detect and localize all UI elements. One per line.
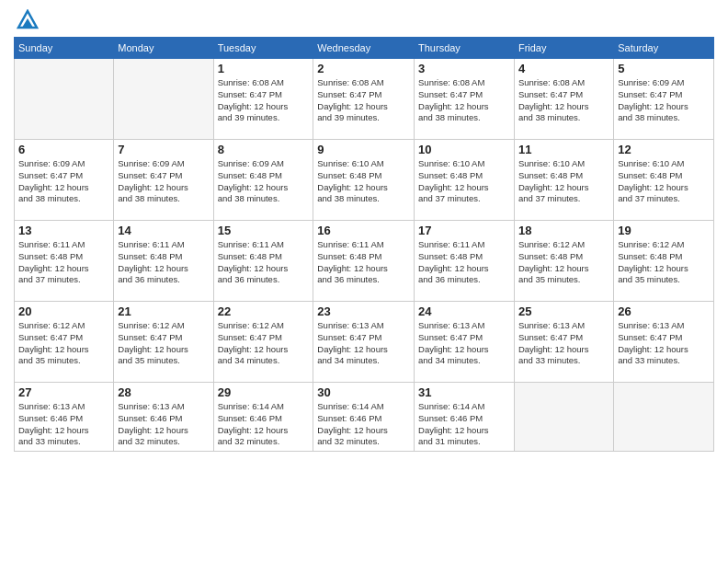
day-cell bbox=[15, 59, 114, 140]
day-detail: Sunrise: 6:09 AM Sunset: 6:47 PM Dayligh… bbox=[118, 158, 209, 205]
day-cell: 31Sunrise: 6:14 AM Sunset: 6:46 PM Dayli… bbox=[415, 383, 515, 452]
day-detail: Sunrise: 6:12 AM Sunset: 6:48 PM Dayligh… bbox=[518, 239, 609, 286]
day-cell: 9Sunrise: 6:10 AM Sunset: 6:48 PM Daylig… bbox=[313, 140, 415, 221]
day-cell: 28Sunrise: 6:13 AM Sunset: 6:46 PM Dayli… bbox=[114, 383, 213, 452]
day-number: 5 bbox=[618, 62, 710, 75]
day-detail: Sunrise: 6:11 AM Sunset: 6:48 PM Dayligh… bbox=[118, 239, 209, 286]
day-number: 22 bbox=[218, 304, 310, 318]
day-cell: 14Sunrise: 6:11 AM Sunset: 6:48 PM Dayli… bbox=[114, 221, 213, 302]
day-detail: Sunrise: 6:11 AM Sunset: 6:48 PM Dayligh… bbox=[418, 239, 510, 286]
day-cell: 25Sunrise: 6:13 AM Sunset: 6:47 PM Dayli… bbox=[514, 302, 613, 383]
day-number: 1 bbox=[218, 62, 310, 75]
day-cell: 21Sunrise: 6:12 AM Sunset: 6:47 PM Dayli… bbox=[114, 302, 213, 383]
day-detail: Sunrise: 6:08 AM Sunset: 6:47 PM Dayligh… bbox=[418, 77, 510, 124]
day-cell: 16Sunrise: 6:11 AM Sunset: 6:48 PM Dayli… bbox=[313, 221, 415, 302]
day-detail: Sunrise: 6:13 AM Sunset: 6:47 PM Dayligh… bbox=[518, 320, 609, 367]
day-detail: Sunrise: 6:12 AM Sunset: 6:47 PM Dayligh… bbox=[18, 320, 109, 367]
day-detail: Sunrise: 6:12 AM Sunset: 6:47 PM Dayligh… bbox=[218, 320, 310, 367]
day-detail: Sunrise: 6:12 AM Sunset: 6:47 PM Dayligh… bbox=[118, 320, 209, 367]
day-cell: 10Sunrise: 6:10 AM Sunset: 6:48 PM Dayli… bbox=[415, 140, 515, 221]
day-number: 17 bbox=[418, 224, 510, 237]
weekday-header-monday: Monday bbox=[114, 38, 213, 59]
day-detail: Sunrise: 6:11 AM Sunset: 6:48 PM Dayligh… bbox=[18, 239, 109, 286]
day-detail: Sunrise: 6:10 AM Sunset: 6:48 PM Dayligh… bbox=[618, 158, 710, 205]
day-detail: Sunrise: 6:14 AM Sunset: 6:46 PM Dayligh… bbox=[418, 401, 510, 448]
day-detail: Sunrise: 6:11 AM Sunset: 6:48 PM Dayligh… bbox=[317, 239, 410, 286]
day-cell: 26Sunrise: 6:13 AM Sunset: 6:47 PM Dayli… bbox=[614, 302, 714, 383]
day-number: 20 bbox=[18, 304, 109, 318]
day-cell bbox=[114, 59, 213, 140]
logo bbox=[14, 9, 39, 29]
day-cell: 20Sunrise: 6:12 AM Sunset: 6:47 PM Dayli… bbox=[15, 302, 114, 383]
day-number: 28 bbox=[118, 385, 209, 399]
day-cell: 8Sunrise: 6:09 AM Sunset: 6:48 PM Daylig… bbox=[213, 140, 313, 221]
day-number: 16 bbox=[317, 224, 410, 237]
weekday-header-friday: Friday bbox=[514, 38, 613, 59]
weekday-header-row: SundayMondayTuesdayWednesdayThursdayFrid… bbox=[15, 38, 714, 59]
week-row-4: 20Sunrise: 6:12 AM Sunset: 6:47 PM Dayli… bbox=[15, 302, 714, 383]
day-number: 8 bbox=[218, 143, 310, 156]
day-detail: Sunrise: 6:08 AM Sunset: 6:47 PM Dayligh… bbox=[518, 77, 609, 124]
day-detail: Sunrise: 6:14 AM Sunset: 6:46 PM Dayligh… bbox=[218, 401, 310, 448]
day-number: 2 bbox=[317, 62, 410, 75]
day-detail: Sunrise: 6:09 AM Sunset: 6:47 PM Dayligh… bbox=[18, 158, 109, 205]
day-cell: 17Sunrise: 6:11 AM Sunset: 6:48 PM Dayli… bbox=[415, 221, 515, 302]
day-cell: 6Sunrise: 6:09 AM Sunset: 6:47 PM Daylig… bbox=[15, 140, 114, 221]
day-number: 15 bbox=[218, 224, 310, 237]
day-cell: 2Sunrise: 6:08 AM Sunset: 6:47 PM Daylig… bbox=[313, 59, 415, 140]
day-cell: 24Sunrise: 6:13 AM Sunset: 6:47 PM Dayli… bbox=[415, 302, 515, 383]
day-cell: 19Sunrise: 6:12 AM Sunset: 6:48 PM Dayli… bbox=[614, 221, 714, 302]
day-number: 26 bbox=[618, 304, 710, 318]
day-number: 4 bbox=[518, 62, 609, 75]
page: SundayMondayTuesdayWednesdayThursdayFrid… bbox=[0, 0, 728, 563]
day-cell: 22Sunrise: 6:12 AM Sunset: 6:47 PM Dayli… bbox=[213, 302, 313, 383]
header bbox=[14, 9, 714, 29]
day-number: 3 bbox=[418, 62, 510, 75]
day-cell: 27Sunrise: 6:13 AM Sunset: 6:46 PM Dayli… bbox=[15, 383, 114, 452]
day-cell: 3Sunrise: 6:08 AM Sunset: 6:47 PM Daylig… bbox=[415, 59, 515, 140]
day-detail: Sunrise: 6:13 AM Sunset: 6:47 PM Dayligh… bbox=[418, 320, 510, 367]
day-detail: Sunrise: 6:09 AM Sunset: 6:47 PM Dayligh… bbox=[618, 77, 710, 124]
day-number: 23 bbox=[317, 304, 410, 318]
day-number: 7 bbox=[118, 143, 209, 156]
day-detail: Sunrise: 6:11 AM Sunset: 6:48 PM Dayligh… bbox=[218, 239, 310, 286]
day-cell: 5Sunrise: 6:09 AM Sunset: 6:47 PM Daylig… bbox=[614, 59, 714, 140]
day-number: 25 bbox=[518, 304, 609, 318]
day-cell: 15Sunrise: 6:11 AM Sunset: 6:48 PM Dayli… bbox=[213, 221, 313, 302]
day-detail: Sunrise: 6:08 AM Sunset: 6:47 PM Dayligh… bbox=[317, 77, 410, 124]
week-row-3: 13Sunrise: 6:11 AM Sunset: 6:48 PM Dayli… bbox=[15, 221, 714, 302]
weekday-header-saturday: Saturday bbox=[614, 38, 714, 59]
day-detail: Sunrise: 6:13 AM Sunset: 6:46 PM Dayligh… bbox=[18, 401, 109, 448]
day-detail: Sunrise: 6:08 AM Sunset: 6:47 PM Dayligh… bbox=[218, 77, 310, 124]
day-cell: 11Sunrise: 6:10 AM Sunset: 6:48 PM Dayli… bbox=[514, 140, 613, 221]
day-number: 21 bbox=[118, 304, 209, 318]
weekday-header-thursday: Thursday bbox=[415, 38, 515, 59]
weekday-header-sunday: Sunday bbox=[15, 38, 114, 59]
day-number: 18 bbox=[518, 224, 609, 237]
day-detail: Sunrise: 6:13 AM Sunset: 6:47 PM Dayligh… bbox=[317, 320, 410, 367]
day-cell: 13Sunrise: 6:11 AM Sunset: 6:48 PM Dayli… bbox=[15, 221, 114, 302]
day-detail: Sunrise: 6:14 AM Sunset: 6:46 PM Dayligh… bbox=[317, 401, 410, 448]
day-detail: Sunrise: 6:09 AM Sunset: 6:48 PM Dayligh… bbox=[218, 158, 310, 205]
day-cell: 12Sunrise: 6:10 AM Sunset: 6:48 PM Dayli… bbox=[614, 140, 714, 221]
day-cell: 1Sunrise: 6:08 AM Sunset: 6:47 PM Daylig… bbox=[213, 59, 313, 140]
day-number: 31 bbox=[418, 385, 510, 399]
week-row-1: 1Sunrise: 6:08 AM Sunset: 6:47 PM Daylig… bbox=[15, 59, 714, 140]
day-number: 10 bbox=[418, 143, 510, 156]
day-number: 6 bbox=[18, 143, 109, 156]
day-cell: 4Sunrise: 6:08 AM Sunset: 6:47 PM Daylig… bbox=[514, 59, 613, 140]
day-detail: Sunrise: 6:13 AM Sunset: 6:46 PM Dayligh… bbox=[118, 401, 209, 448]
day-cell bbox=[614, 383, 714, 452]
week-row-5: 27Sunrise: 6:13 AM Sunset: 6:46 PM Dayli… bbox=[15, 383, 714, 452]
day-number: 13 bbox=[18, 224, 109, 237]
day-number: 9 bbox=[317, 143, 410, 156]
day-number: 29 bbox=[218, 385, 310, 399]
day-number: 24 bbox=[418, 304, 510, 318]
day-cell: 29Sunrise: 6:14 AM Sunset: 6:46 PM Dayli… bbox=[213, 383, 313, 452]
day-cell: 23Sunrise: 6:13 AM Sunset: 6:47 PM Dayli… bbox=[313, 302, 415, 383]
day-detail: Sunrise: 6:12 AM Sunset: 6:48 PM Dayligh… bbox=[618, 239, 710, 286]
day-cell: 18Sunrise: 6:12 AM Sunset: 6:48 PM Dayli… bbox=[514, 221, 613, 302]
day-number: 12 bbox=[618, 143, 710, 156]
day-cell bbox=[514, 383, 613, 452]
day-cell: 30Sunrise: 6:14 AM Sunset: 6:46 PM Dayli… bbox=[313, 383, 415, 452]
